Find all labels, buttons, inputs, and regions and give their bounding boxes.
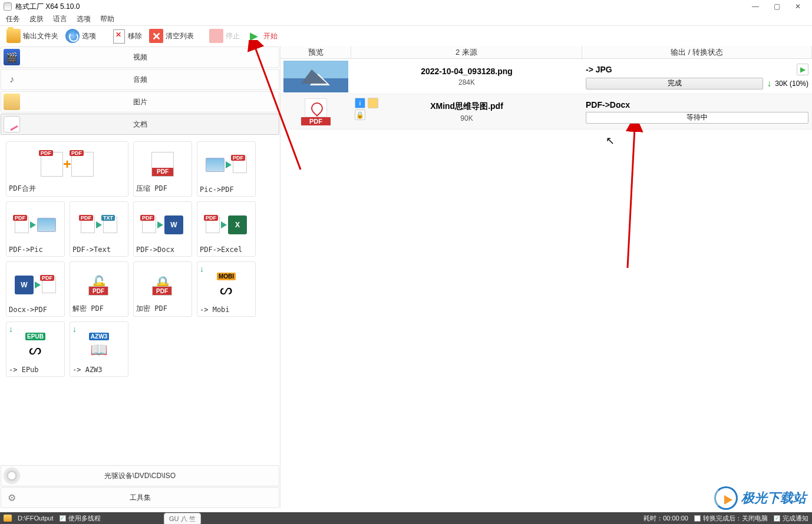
grid-docx-pdf-label: Docx->PDF <box>9 306 47 314</box>
download-complete-icon: ↓ <box>767 78 771 89</box>
conversion-grid: PDF + PDF PDF合并 PDF 压缩 PDF PDF Pic->PDF … <box>0 135 280 465</box>
elapsed-value: 00:00:00 <box>663 515 688 522</box>
shutdown-label: 转换完成后：关闭电脑 <box>703 514 768 523</box>
stop-button[interactable]: 停止 <box>206 27 243 45</box>
dvd-icon <box>4 467 20 484</box>
elapsed-label: 耗时： <box>643 515 663 522</box>
pdf-merge-icon: PDF + PDF <box>41 144 94 184</box>
pic-pdf-icon: PDF <box>206 144 247 185</box>
grid-to-epub[interactable]: ↓ EPUBᔕ -> EPub <box>6 321 65 377</box>
grid-docx-pdf[interactable]: WPDF Docx->PDF <box>6 261 65 317</box>
grid-pdf-text[interactable]: PDFTXT PDF->Text <box>70 201 128 257</box>
play-icon: ▶ <box>247 29 261 43</box>
category-image[interactable]: 图片 <box>1 91 279 112</box>
category-video[interactable]: 🎬 视频 <box>1 47 279 68</box>
grid-decrypt-pdf[interactable]: 🔓PDF 解密 PDF <box>70 261 128 317</box>
image-icon <box>4 94 20 110</box>
grid-pic-pdf-label: Pic->PDF <box>200 185 234 194</box>
options-button[interactable]: 选项 <box>62 27 99 45</box>
col-status[interactable]: 输出 / 转换状态 <box>582 46 812 58</box>
app-icon <box>4 2 12 11</box>
table-row[interactable]: PDF i 🔒 XMind思维导图.pdf 90K PDF->Docx 等待中 <box>280 94 812 130</box>
status-output-path[interactable]: D:\FFOutput <box>18 515 54 522</box>
grid-pdf-excel-label: PDF->Excel <box>200 246 242 254</box>
status-bar: D:\FFOutput ✓使用多线程 GU 八 竺 耗时：00:00:00 ✓转… <box>0 512 812 524</box>
grid-to-azw3-label: -> AZW3 <box>72 366 103 374</box>
row-preview: PDF <box>280 94 351 129</box>
start-button[interactable]: ▶ 开始 <box>244 27 280 45</box>
notify-label: 完成通知 <box>783 514 808 523</box>
gpu-hint-button[interactable]: GU 八 竺 <box>164 513 201 524</box>
category-doc-label: 文档 <box>133 120 147 130</box>
right-pane: 预览 2 来源 输出 / 转换状态 2022-10-04_093128.png … <box>280 46 812 509</box>
col-source[interactable]: 2 来源 <box>351 46 582 58</box>
menu-lang[interactable]: 语言 <box>53 14 67 24</box>
pdf-text-icon: PDFTXT <box>81 204 117 246</box>
start-label: 开始 <box>263 31 278 41</box>
category-tools[interactable]: ⚙ 工具集 <box>1 487 279 508</box>
category-video-label: 视频 <box>133 52 147 62</box>
category-audio-label: 音频 <box>133 75 147 85</box>
grid-pdf-excel[interactable]: PDFX PDF->Excel <box>197 201 256 257</box>
remove-icon <box>111 29 126 43</box>
download-arrow-icon: ↓ <box>200 264 204 274</box>
window-title: 格式工厂 X64 5.10.0 <box>15 2 80 12</box>
pdf-excel-icon: PDFX <box>206 204 247 246</box>
grid-to-mobi[interactable]: ↓ MOBIᔕ -> Mobi <box>197 261 256 317</box>
menu-skin[interactable]: 皮肤 <box>29 14 44 24</box>
grid-pdf-merge-label: PDF合并 <box>9 184 36 194</box>
clear-label: 清空列表 <box>166 31 194 41</box>
grid-encrypt-pdf[interactable]: 🔒PDF 加密 PDF <box>133 261 192 317</box>
col-preview[interactable]: 预览 <box>280 46 351 58</box>
grid-compress-pdf[interactable]: PDF 压缩 PDF <box>133 141 192 197</box>
row-status: PDF->Docx 等待中 <box>582 94 812 129</box>
epub-icon: EPUBᔕ <box>25 324 45 366</box>
download-arrow-icon: ↓ <box>72 324 77 334</box>
lock-small-icon[interactable]: 🔒 <box>355 110 365 120</box>
filename: 2022-10-04_093128.png <box>421 67 513 76</box>
notify-checkbox[interactable]: ✓ <box>774 515 780 522</box>
folder-small-icon[interactable] <box>368 98 378 108</box>
multithread-checkbox[interactable]: ✓ <box>60 515 66 522</box>
status-folder-icon[interactable] <box>4 515 12 522</box>
grid-pdf-merge[interactable]: PDF + PDF PDF合并 <box>6 141 128 197</box>
maximize-button[interactable]: ▢ <box>766 1 787 12</box>
grid-to-azw3[interactable]: ↓ AZW3📖 -> AZW3 <box>70 321 128 377</box>
grid-pdf-docx[interactable]: PDFW PDF->Docx <box>133 201 192 257</box>
pdf-docx-icon: PDFW <box>142 204 183 246</box>
category-tools-label: 工具集 <box>130 493 151 503</box>
shutdown-checkbox[interactable]: ✓ <box>694 515 701 522</box>
info-icon[interactable]: i <box>355 98 365 108</box>
clear-list-button[interactable]: 清空列表 <box>146 27 197 45</box>
remove-button[interactable]: 移除 <box>108 27 145 45</box>
video-icon: 🎬 <box>4 49 20 65</box>
grid-pdf-pic[interactable]: PDF PDF->Pic <box>6 201 65 257</box>
multithread-label: 使用多线程 <box>68 514 101 523</box>
category-image-label: 图片 <box>133 97 147 107</box>
grid-pdf-docx-label: PDF->Docx <box>136 246 174 254</box>
filename: XMind思维导图.pdf <box>430 101 503 112</box>
options-label: 选项 <box>82 31 96 41</box>
menu-help[interactable]: 帮助 <box>100 14 114 24</box>
category-doc[interactable]: 文档 <box>1 114 279 135</box>
table-header: 预览 2 来源 输出 / 转换状态 <box>280 46 812 59</box>
mobi-icon: MOBIᔕ <box>217 264 236 306</box>
pdf-pic-icon: PDF <box>15 204 56 246</box>
row-preview <box>280 59 351 94</box>
play-mini-button[interactable]: ▶ <box>797 64 808 75</box>
watermark-text: 极光下载站 <box>741 489 806 507</box>
grid-pic-pdf[interactable]: PDF Pic->PDF <box>197 141 256 197</box>
grid-compress-pdf-label: 压缩 PDF <box>136 184 167 194</box>
watermark: 极光下载站 <box>714 486 806 510</box>
category-dvd[interactable]: 光驱设备\DVD\CD\ISO <box>1 465 279 486</box>
menu-task[interactable]: 任务 <box>6 14 20 24</box>
table-row[interactable]: 2022-10-04_093128.png 284K -> JPG ▶ 完成 ↓… <box>280 59 812 94</box>
minimize-button[interactable]: — <box>745 1 766 12</box>
category-audio[interactable]: ♪ 音频 <box>1 69 279 90</box>
stop-label: 停止 <box>226 31 240 41</box>
output-folder-button[interactable]: 输出文件夹 <box>4 27 61 45</box>
tools-icon: ⚙ <box>4 489 20 506</box>
menu-options[interactable]: 选项 <box>77 14 91 24</box>
compress-pdf-icon: PDF <box>151 144 174 184</box>
close-button[interactable]: ✕ <box>787 1 808 12</box>
